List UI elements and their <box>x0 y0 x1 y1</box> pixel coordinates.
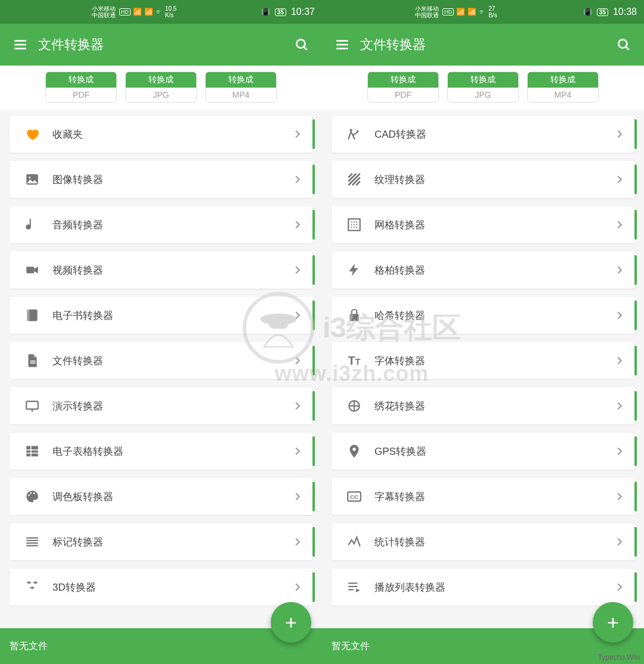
converter-note[interactable]: 音频转换器 <box>10 206 312 243</box>
converter-hatch[interactable]: 纹理转换器 <box>332 161 634 198</box>
converter-palette[interactable]: 调色板转换器 <box>10 478 312 515</box>
svg-point-39 <box>354 226 355 228</box>
search-button[interactable] <box>289 37 315 52</box>
carrier-top: 小米移动 <box>415 5 439 12</box>
svg-point-19 <box>30 492 32 494</box>
converter-compass[interactable]: CAD转换器 <box>332 116 634 153</box>
converter-tt[interactable]: TT字体转换器 <box>332 342 634 379</box>
converter-cc[interactable]: CC字幕转换器 <box>332 478 634 515</box>
chip-jpg[interactable]: 转换成JPG <box>447 72 519 103</box>
status-bar: 小米移动 中国联通 HD 📶 📶 ᯤ 27 B/s 📳 35 10:38 <box>322 0 644 24</box>
converter-grid[interactable]: 电子表格转换器 <box>10 433 312 470</box>
fab-add[interactable]: + <box>271 602 311 643</box>
chip-pdf[interactable]: 转换成PDF <box>45 72 117 103</box>
svg-rect-21 <box>26 537 38 538</box>
book-icon <box>18 308 47 323</box>
chip-jpg[interactable]: 转换成JPG <box>125 72 197 103</box>
svg-rect-9 <box>27 309 29 321</box>
converter-bolt[interactable]: 格柏转换器 <box>332 252 634 288</box>
converter-spark[interactable]: 统计转换器 <box>332 523 634 560</box>
palette-icon <box>18 489 47 504</box>
converter-lines[interactable]: 标记转换器 <box>10 523 312 560</box>
chip-pdf[interactable]: 转换成PDF <box>367 72 439 103</box>
converter-label: 电子表格转换器 <box>52 445 123 458</box>
battery-level: 35 <box>597 8 608 16</box>
svg-rect-48 <box>348 582 357 584</box>
hd-badge: HD <box>442 8 454 15</box>
svg-point-30 <box>349 129 352 131</box>
status-bar: 小米移动 中国联通 HD 📶 📶 ᯤ 10.5 K/s 📳 35 10:37 <box>0 0 322 24</box>
net-unit: K/s <box>165 12 177 18</box>
converter-label: 电子书转换器 <box>52 309 113 322</box>
image-icon <box>18 172 47 187</box>
converter-label: 收藏夹 <box>52 128 83 141</box>
converter-label: GPS转换器 <box>374 445 426 458</box>
menu-button[interactable] <box>329 37 355 52</box>
signal-icon: 📶 <box>456 8 465 16</box>
converter-playlist[interactable]: 播放列表转换器 <box>332 569 634 606</box>
fab-add[interactable]: + <box>593 602 633 643</box>
svg-rect-23 <box>26 542 38 544</box>
signal-icon: 📶 <box>133 8 142 16</box>
chip-mp4[interactable]: 转换成MP4 <box>527 72 599 103</box>
converter-label: 调色板转换器 <box>52 490 113 504</box>
converter-label: 图像转换器 <box>52 173 103 187</box>
converter-label: 3D转换器 <box>52 581 96 594</box>
svg-point-6 <box>29 176 30 178</box>
search-button[interactable] <box>611 37 637 52</box>
svg-point-20 <box>33 492 35 494</box>
converter-dotgrid[interactable]: 网格转换器 <box>332 206 634 243</box>
clock: 10:37 <box>291 7 315 17</box>
converter-heart[interactable]: 收藏夹 <box>10 116 312 153</box>
svg-point-32 <box>351 222 352 223</box>
net-speed: 27 <box>488 5 497 12</box>
converter-presentation[interactable]: 演示转换器 <box>10 387 312 424</box>
signal-icon: 📶 <box>144 8 153 16</box>
carrier-bot: 中国联通 <box>92 12 116 18</box>
svg-point-33 <box>354 222 355 223</box>
lines-icon <box>18 534 47 550</box>
lock-icon <box>340 308 369 323</box>
svg-rect-50 <box>348 589 354 590</box>
converter-label: 演示转换器 <box>52 399 103 413</box>
svg-rect-41 <box>349 314 358 321</box>
converter-label: 字体转换器 <box>374 354 425 368</box>
tt-icon: TT <box>340 354 369 368</box>
chevron-right-icon <box>291 263 304 277</box>
converter-book[interactable]: 电子书转换器 <box>10 297 312 334</box>
converter-file[interactable]: 文件转换器 <box>10 342 312 379</box>
note-icon <box>18 217 47 232</box>
svg-line-29 <box>626 46 628 49</box>
compass-icon <box>340 126 369 142</box>
converter-circle[interactable]: 绣花转换器 <box>332 387 634 424</box>
converter-label: 视频转换器 <box>52 263 103 277</box>
quick-convert-row: 转换成PDF 转换成JPG 转换成MP4 <box>322 66 644 110</box>
svg-point-34 <box>356 222 357 223</box>
menu-button[interactable] <box>7 37 33 52</box>
spark-icon <box>340 534 369 550</box>
chevron-right-icon <box>613 128 626 141</box>
converter-lock[interactable]: 哈希转换器 <box>332 297 634 334</box>
converter-image[interactable]: 图像转换器 <box>10 161 312 198</box>
phone-left: 小米移动 中国联通 HD 📶 📶 ᯤ 10.5 K/s 📳 35 10:37 <box>0 0 322 664</box>
footer-text: 暂无文件 <box>10 640 48 653</box>
converter-video[interactable]: 视频转换器 <box>10 252 312 288</box>
net-speed: 10.5 <box>165 5 177 12</box>
vibrate-icon: 📳 <box>261 8 270 16</box>
converter-label: 格柏转换器 <box>374 263 425 277</box>
hd-badge: HD <box>119 8 131 15</box>
chevron-right-icon <box>613 354 626 367</box>
signal-icon: 📶 <box>467 8 476 16</box>
chevron-right-icon <box>291 218 304 231</box>
converter-list: CAD转换器纹理转换器网格转换器格柏转换器哈希转换器TT字体转换器绣花转换器GP… <box>322 110 644 664</box>
phone-right: 小米移动 中国联通 HD 📶 📶 ᯤ 27 B/s 📳 35 10:38 <box>322 0 644 664</box>
chip-mp4[interactable]: 转换成MP4 <box>205 72 277 103</box>
footer-text: 暂无文件 <box>332 640 370 653</box>
converter-list: 收藏夹图像转换器音频转换器视频转换器电子书转换器文件转换器演示转换器电子表格转换… <box>0 110 322 664</box>
chevron-right-icon <box>291 535 304 548</box>
converter-label: 统计转换器 <box>374 535 425 549</box>
converter-pin[interactable]: GPS转换器 <box>332 433 634 470</box>
converter-label: 播放列表转换器 <box>374 581 445 594</box>
chevron-right-icon <box>291 354 304 367</box>
converter-cubes[interactable]: 3D转换器 <box>10 569 312 606</box>
